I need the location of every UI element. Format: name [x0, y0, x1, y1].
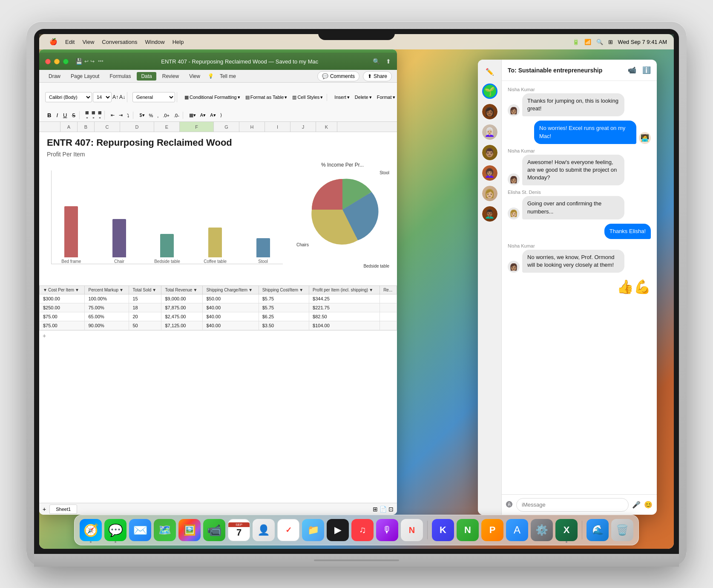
cell-profit-1[interactable]: $344.25 — [309, 294, 380, 303]
dock-item-appstore[interactable]: A — [506, 519, 528, 541]
filter-cost-dropdown[interactable]: ▼ — [75, 288, 79, 292]
ribbon-tab-pagelayout[interactable]: Page Layout — [66, 72, 104, 81]
cell-shipcost-3[interactable]: $6.25 — [259, 312, 309, 321]
message-input[interactable] — [516, 498, 629, 512]
wrap-text-icon[interactable]: ⤵ — [125, 112, 131, 119]
dollar-format-icon[interactable]: $▾ — [138, 112, 146, 119]
align-center[interactable]: ≡ — [90, 115, 96, 120]
dock-item-numbers[interactable]: N — [457, 519, 479, 541]
titlebar-share-icon[interactable]: ⬆ — [386, 58, 391, 65]
sheet-tab-1[interactable]: Sheet1 — [49, 504, 77, 514]
cell-shipcost-4[interactable]: $3.50 — [259, 321, 309, 330]
filter-revenue-dropdown[interactable]: ▼ — [193, 288, 197, 292]
redo-icon[interactable]: ↪ — [90, 58, 95, 64]
delete-btn[interactable]: Delete ▾ — [353, 94, 374, 101]
th-totalsold[interactable]: Total Sold▼ — [129, 286, 161, 294]
filter-markup-dropdown[interactable]: ▼ — [119, 288, 124, 292]
cell-sold-3[interactable]: 20 — [129, 312, 161, 321]
align-top-right[interactable]: ⬛ — [97, 111, 103, 115]
undo-icon[interactable]: ↩ — [84, 58, 89, 64]
dock-item-maps[interactable]: 🗺️ — [154, 519, 176, 541]
sidebar-avatar-4[interactable]: 👩🏽‍🦱 — [482, 165, 497, 181]
col-a[interactable]: A — [60, 122, 78, 132]
emoji-picker-icon[interactable]: 😊 — [644, 501, 653, 509]
filter-shipcharge-dropdown[interactable]: ▼ — [248, 288, 253, 292]
apple-menu[interactable]: 🍎 — [46, 37, 61, 47]
cell-shipcharge-3[interactable]: $40.00 — [203, 312, 259, 321]
cell-cost-1[interactable]: $300.00 — [40, 294, 85, 303]
cell-cost-2[interactable]: $250.00 — [40, 303, 85, 312]
col-k[interactable]: K — [316, 122, 337, 132]
menu-view[interactable]: View — [79, 37, 98, 46]
dock-item-settings[interactable]: ⚙️ — [531, 519, 553, 541]
dock-item-safari[interactable]: 🧭 — [80, 519, 102, 541]
dock-item-calendar[interactable]: SEP 7 — [228, 519, 250, 541]
decrease-font-icon[interactable]: A↓ — [119, 94, 125, 100]
dock-item-excel[interactable]: X — [555, 519, 578, 541]
dock-item-music[interactable]: ♫ — [351, 519, 374, 541]
underline-button[interactable]: U — [61, 111, 69, 119]
page-view-icon[interactable]: 📄 — [380, 506, 387, 513]
format-as-table-btn[interactable]: ▤ Format as Table ▾ — [243, 94, 290, 101]
titlebar-search-icon[interactable]: 🔍 — [373, 58, 380, 65]
compose-button[interactable]: ✏️ — [483, 65, 497, 78]
search-icon[interactable]: 🔍 — [596, 39, 603, 45]
decrease-decimal-icon[interactable]: .0- — [172, 112, 181, 119]
col-b[interactable]: B — [78, 122, 95, 132]
cell-styles-btn[interactable]: ▥ Cell Styles ▾ — [290, 94, 325, 101]
cell-revenue-1[interactable]: $9,000.00 — [161, 294, 203, 303]
cell-re-2[interactable] — [380, 303, 397, 312]
dock-item-contacts[interactable]: 👤 — [253, 519, 275, 541]
bold-button[interactable]: B — [45, 111, 53, 119]
add-row-button[interactable]: + — [39, 330, 397, 341]
col-f[interactable]: F — [180, 122, 214, 132]
cell-revenue-2[interactable]: $7,875.00 — [161, 303, 203, 312]
dock-item-mail[interactable]: ✉️ — [129, 519, 151, 541]
dock-item-messages[interactable]: 💬 — [104, 519, 126, 541]
sidebar-avatar-active[interactable]: 🌱 — [482, 84, 497, 99]
font-family-select[interactable]: Calibri (Body) — [45, 92, 92, 102]
th-shipcharge[interactable]: Shipping Charge/Item▼ — [203, 286, 259, 294]
ribbon-tab-review[interactable]: Review — [158, 72, 183, 81]
col-i[interactable]: I — [265, 122, 290, 132]
video-call-icon[interactable]: 📹 — [628, 66, 636, 74]
dock-item-reminders[interactable]: ✓ — [277, 519, 299, 541]
ribbon-tab-formulas[interactable]: Formulas — [105, 72, 135, 81]
app-store-icon[interactable]: 🅐 — [506, 501, 513, 509]
percent-format-icon[interactable]: % — [147, 112, 155, 119]
cell-shipcharge-4[interactable]: $40.00 — [203, 321, 259, 330]
indent-decrease-icon[interactable]: ⇤ — [109, 112, 116, 119]
col-c[interactable]: C — [95, 122, 120, 132]
cell-markup-4[interactable]: 90.00% — [85, 321, 129, 330]
cell-profit-4[interactable]: $104.00 — [309, 321, 380, 330]
menu-edit[interactable]: Edit — [62, 37, 78, 46]
dock-item-facetime[interactable]: 📹 — [203, 519, 225, 541]
cell-cost-4[interactable]: $75.00 — [40, 321, 85, 330]
dock-item-files[interactable]: 📁 — [302, 519, 324, 541]
cell-shipcharge-2[interactable]: $40.00 — [203, 303, 259, 312]
sidebar-avatar-1[interactable]: 👩🏾 — [482, 104, 497, 119]
th-markup[interactable]: Percent Markup▼ — [85, 286, 129, 294]
filter-cost-icon[interactable]: ▼ — [43, 288, 47, 292]
cell-sold-1[interactable]: 15 — [129, 294, 161, 303]
sidebar-avatar-3[interactable]: 👨🏽 — [482, 145, 497, 160]
col-h[interactable]: H — [239, 122, 265, 132]
align-right[interactable]: ≡ — [97, 115, 103, 120]
insert-btn[interactable]: Insert ▾ — [332, 94, 352, 101]
close-button[interactable] — [45, 59, 51, 64]
conditional-formatting-btn[interactable]: ▦ Conditional Formatting ▾ — [182, 94, 242, 101]
col-j[interactable]: J — [290, 122, 316, 132]
grid-view-icon[interactable]: ⊞ — [373, 506, 378, 513]
dock-item-podcasts[interactable]: 🎙 — [376, 519, 398, 541]
dock-item-pages[interactable]: P — [481, 519, 503, 541]
th-totalrevenue[interactable]: Total Revenue▼ — [161, 286, 203, 294]
cell-markup-1[interactable]: 100.00% — [85, 294, 129, 303]
menu-conversations[interactable]: Conversations — [98, 37, 141, 46]
align-top-center[interactable]: ⬛ — [90, 111, 96, 115]
ribbon-tab-data[interactable]: Data — [137, 72, 156, 81]
font-size-select[interactable]: 14 — [93, 92, 112, 102]
more-icon[interactable]: ••• — [98, 58, 104, 64]
dock-item-news[interactable]: N — [401, 519, 423, 541]
cell-shipcost-1[interactable]: $5.75 — [259, 294, 309, 303]
th-profit[interactable]: Profit per Item (incl. shipping)▼ — [309, 286, 380, 294]
